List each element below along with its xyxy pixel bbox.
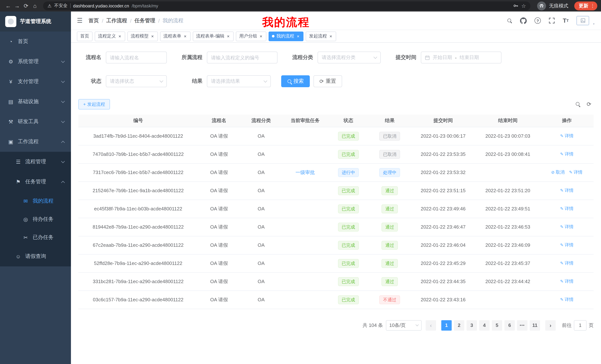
breadcrumb-item[interactable]: 任务管理 (134, 17, 155, 24)
sidebar-item-home[interactable]: ◔首页 (0, 31, 71, 52)
github-icon[interactable] (520, 17, 527, 24)
hide-search-icon[interactable] (576, 102, 581, 107)
sidebar-item-my-process[interactable]: ✉我的流程 (0, 192, 71, 210)
prev-page-button[interactable]: ‹ (426, 320, 436, 330)
column-label: 状态 (344, 118, 353, 123)
chevron-down-icon[interactable]: ▼ (592, 23, 595, 25)
reset-button[interactable]: ⟳ 重置 (313, 75, 342, 87)
tab-user-group[interactable]: 用户分组× (236, 31, 266, 41)
next-page-button[interactable]: › (545, 320, 556, 330)
refresh-icon[interactable]: ⟳ (587, 101, 591, 108)
date-range-picker[interactable]: 开始日期 - 结束日期 (421, 52, 501, 63)
start-process-button[interactable]: + 发起流程 (78, 99, 110, 109)
sidebar-item-infrastructure[interactable]: ▤基础设施 (0, 92, 71, 112)
column-header-status[interactable]: 状态 (328, 115, 369, 127)
tab-close-icon[interactable]: × (296, 34, 300, 39)
cell-id-text: 7470a810-7b9b-11ec-b5b7-acde48001122 (93, 151, 184, 157)
tab-close-icon[interactable]: × (118, 34, 122, 39)
sidebar-item-system[interactable]: ⚙系统管理 (0, 52, 71, 72)
help-icon[interactable]: ? (534, 18, 541, 24)
incognito-badge[interactable]: 无痕模式 (537, 1, 568, 10)
app-logo-row[interactable]: 芋道管理系统 (0, 11, 71, 31)
breadcrumb-item[interactable]: 工作流程 (106, 17, 127, 24)
cell-id-text: 7317cec6-7b9b-11ec-b5b7-acde48001122 (93, 170, 183, 175)
sidebar-item-workflow[interactable]: ▣工作流程 (0, 132, 71, 152)
column-header-submit_time[interactable]: 提交时间 (411, 115, 475, 127)
tab-close-icon[interactable]: × (183, 34, 187, 39)
sidebar-item-todo-tasks[interactable]: ◎待办任务 (0, 210, 71, 228)
detail-link[interactable]: ✎详情 (560, 133, 573, 139)
browser-menu-dots-icon[interactable]: ⋮ (590, 3, 595, 9)
page-button-6[interactable]: 6 (504, 320, 515, 330)
detail-link[interactable]: ✎详情 (560, 187, 573, 194)
sidebar-item-devtools[interactable]: ⚒研发工具 (0, 112, 71, 132)
bookmark-star-icon[interactable]: ☆ (521, 3, 526, 9)
tab-process-form-edit[interactable]: 流程表单-编辑× (193, 31, 234, 41)
detail-link[interactable]: ✎详情 (560, 151, 573, 157)
sidebar-item-done-tasks[interactable]: ✂已办任务 (0, 228, 71, 246)
tab-process-form[interactable]: 流程表单× (160, 31, 190, 41)
detail-link[interactable]: ✎详情 (560, 297, 573, 303)
column-header-result[interactable]: 结果 (369, 115, 411, 127)
detail-link[interactable]: ✎详情 (560, 224, 573, 230)
task-link[interactable]: 一级审批 (295, 169, 315, 175)
breadcrumb-item[interactable]: 首页 (89, 17, 99, 24)
sidebar-item-process-mgmt[interactable]: ☰流程管理 (0, 152, 71, 172)
sidebar-item-task-mgmt[interactable]: ⚑任务管理 (0, 172, 71, 192)
browser-reload-icon[interactable]: ⟳ (21, 2, 30, 9)
process-category-select[interactable]: 请选择流程分类 (318, 52, 381, 63)
column-header-task[interactable]: 当前审批任务 (282, 115, 328, 127)
tab-my-process[interactable]: 我的流程× (269, 31, 303, 41)
detail-link[interactable]: ✎详情 (560, 206, 573, 212)
tab-close-icon[interactable]: × (150, 34, 155, 39)
column-header-end_time[interactable]: 结束时间 (475, 115, 540, 127)
browser-back-icon[interactable]: ← (4, 3, 13, 9)
search-icon[interactable] (507, 18, 512, 23)
tab-close-icon[interactable]: × (259, 34, 263, 39)
page-size-select[interactable]: 10条/页 (386, 320, 421, 330)
edit-icon: ✎ (560, 279, 563, 284)
tab-close-icon[interactable]: × (226, 34, 230, 39)
status-select[interactable]: 请选择状态 (106, 75, 167, 87)
cell-result: 已取消 (369, 145, 411, 163)
search-button[interactable]: 搜索 (281, 75, 310, 87)
goto-page-input[interactable] (574, 320, 587, 330)
result-select[interactable]: 请选择流结果 (207, 75, 271, 87)
font-size-icon[interactable]: TT (563, 17, 569, 24)
tab-process-definition[interactable]: 流程定义× (95, 31, 125, 41)
page-button-2[interactable]: 2 (454, 320, 464, 330)
page-button-1[interactable]: 1 (441, 320, 452, 330)
column-header-category[interactable]: 流程分类 (240, 115, 282, 127)
page-button-5[interactable]: 5 (492, 320, 502, 330)
detail-link[interactable]: ✎详情 (560, 278, 573, 285)
tab-close-icon[interactable]: × (329, 34, 333, 39)
address-bar[interactable]: ⚠ 不安全 dashboard.yudao.iocoder.cn /bpm/ta… (43, 1, 531, 10)
browser-home-icon[interactable]: ⌂ (30, 3, 39, 9)
column-header-name[interactable]: 流程名 (198, 115, 240, 127)
column-header-id[interactable]: 编号 (78, 115, 198, 127)
page-button-11[interactable]: 11 (530, 320, 540, 330)
sidebar-item-label: 我的流程 (33, 198, 64, 204)
browser-update-button[interactable]: 更新 ⋮ (574, 1, 597, 10)
page-button-more[interactable]: ••• (517, 320, 527, 330)
security-label[interactable]: 不安全 (54, 3, 68, 9)
hamburger-icon[interactable]: ☰ (77, 17, 83, 25)
fullscreen-icon[interactable] (549, 18, 555, 24)
column-header-actions[interactable]: 操作 (540, 115, 594, 127)
detail-link[interactable]: ✎详情 (560, 242, 573, 248)
password-key-icon[interactable] (513, 3, 519, 9)
avatar[interactable] (576, 16, 589, 25)
detail-link[interactable]: ✎详情 (560, 260, 573, 266)
page-button-4[interactable]: 4 (479, 320, 490, 330)
tab-start-process[interactable]: 发起流程× (306, 31, 336, 41)
tab-process-model[interactable]: 流程模型× (127, 31, 158, 41)
detail-link[interactable]: ✎详情 (569, 169, 582, 175)
cancel-link[interactable]: ⊘取消 (551, 169, 565, 175)
process-definition-input[interactable] (207, 52, 278, 63)
browser-forward-icon[interactable]: → (13, 3, 21, 9)
sidebar-item-payment[interactable]: ¥支付管理 (0, 72, 71, 92)
process-name-input[interactable] (106, 52, 167, 63)
page-button-3[interactable]: 3 (467, 320, 477, 330)
sidebar-item-leave-query[interactable]: ☺请假查询 (0, 246, 71, 266)
tab-home[interactable]: 首页 (77, 31, 92, 41)
